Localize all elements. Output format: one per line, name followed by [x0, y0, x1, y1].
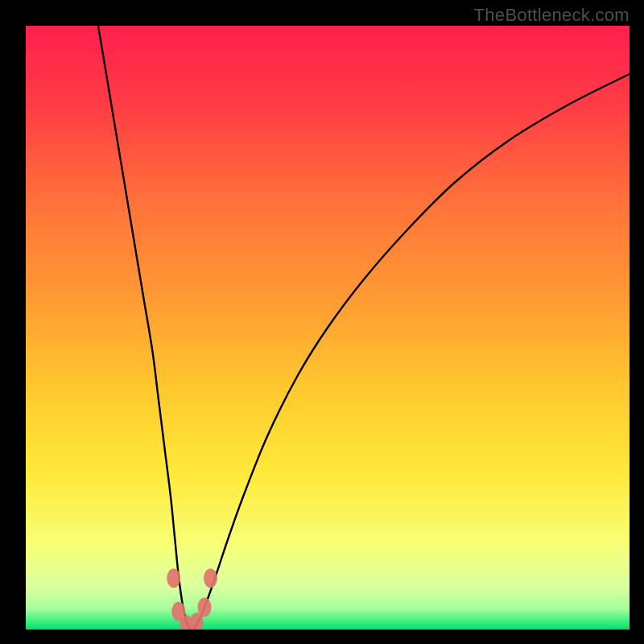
curve-marker	[198, 597, 212, 617]
curve-markers	[167, 568, 217, 630]
curve-layer	[26, 26, 630, 630]
watermark-text: TheBottleneck.com	[474, 5, 630, 26]
bottleneck-curve	[98, 26, 630, 630]
chart-container: { "watermark": "TheBottleneck.com", "col…	[0, 0, 644, 644]
curve-marker	[204, 568, 217, 588]
plot-area	[26, 26, 630, 630]
curve-marker	[167, 568, 180, 588]
